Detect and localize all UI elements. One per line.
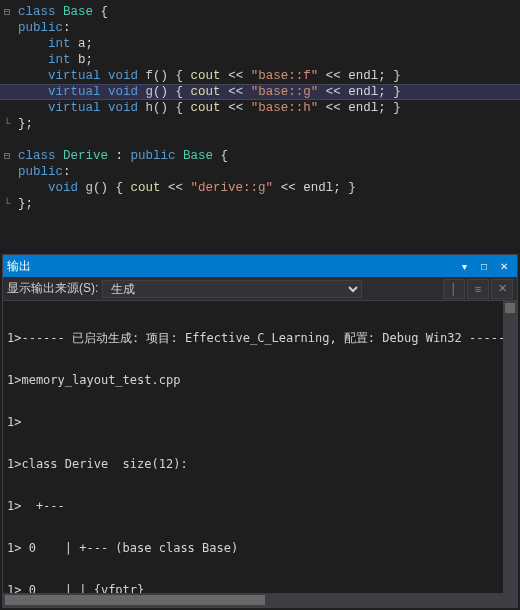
output-line: 1> +--- [7,499,513,513]
scrollbar-horizontal[interactable] [3,593,503,607]
output-body[interactable]: 1>------ 已启动生成: 项目: Effective_C_Learning… [3,301,517,607]
code-line: virtual void h() { cout << "base::h" << … [14,100,401,116]
fold-icon[interactable]: ⊟ [0,148,14,164]
code-editor[interactable]: ⊟class Base { public: int a; int b; virt… [0,0,520,248]
fold-end-icon: └ [0,196,14,212]
output-line: 1> 0 | +--- (base class Base) [7,541,513,555]
clear-icon[interactable]: ✕ [491,279,513,299]
code-line: virtual void f() { cout << "base::f" << … [14,68,401,84]
code-line: class Base { [14,4,108,20]
fold-icon[interactable]: ⊟ [0,4,14,20]
code-line: int a; [14,36,93,52]
code-line: public: [14,164,71,180]
output-source-label: 显示输出来源(S): [7,280,98,297]
code-line: int b; [14,52,93,68]
code-line: }; [14,116,33,132]
maximize-icon[interactable]: □ [475,258,493,274]
code-line: void g() { cout << "derive::g" << endl; … [14,180,356,196]
output-panel: 输出 ▾ □ ✕ 显示输出来源(S): 生成 │ ≡ ✕ 1>------ 已启… [2,254,518,608]
code-line-current: virtual void g() { cout << "base::g" << … [14,84,401,100]
output-title-text: 输出 [7,258,453,275]
goto-prev-icon[interactable]: ≡ [467,279,489,299]
code-line: public: [14,20,71,36]
output-line: 1>memory_layout_test.cpp [7,373,513,387]
code-line: }; [14,196,33,212]
output-toolbar: 显示输出来源(S): 生成 │ ≡ ✕ [3,277,517,301]
fold-end-icon: └ [0,116,14,132]
output-line: 1> [7,415,513,429]
code-line: class Derive : public Base { [14,148,228,164]
close-icon[interactable]: ✕ [495,258,513,274]
toolbar-sep-icon: │ [443,279,465,299]
output-source-select[interactable]: 生成 [102,280,362,298]
output-line: 1>------ 已启动生成: 项目: Effective_C_Learning… [7,331,513,345]
output-titlebar[interactable]: 输出 ▾ □ ✕ [3,255,517,277]
dropdown-icon[interactable]: ▾ [455,258,473,274]
scrollbar-vertical[interactable] [503,301,517,607]
output-line: 1>class Derive size(12): [7,457,513,471]
